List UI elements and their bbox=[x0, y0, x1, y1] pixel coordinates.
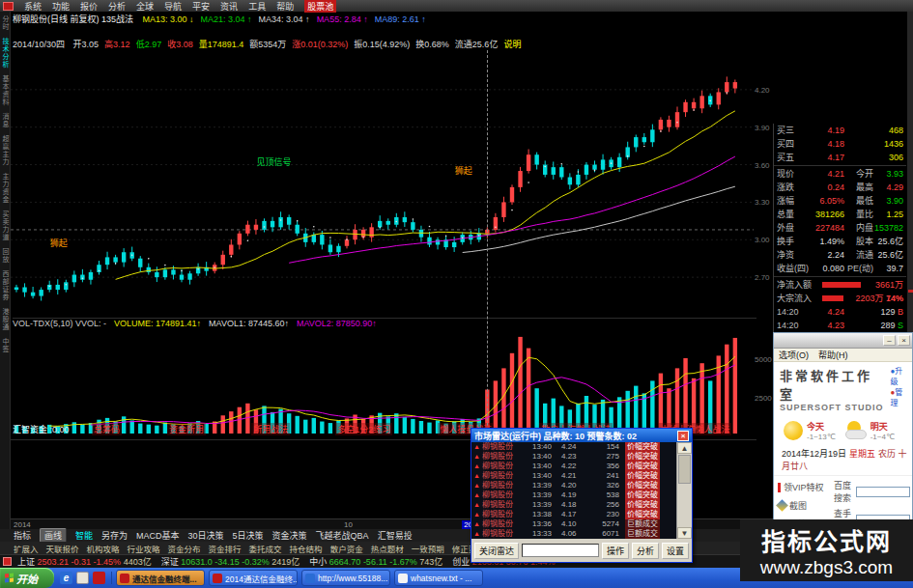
bid-row[interactable]: 买四4.181436 bbox=[774, 137, 906, 151]
radar-alert-row[interactable]: ▲柳钢股份13:394.19538价幅突破 bbox=[471, 490, 677, 500]
radar-alert-row[interactable]: ▲柳钢股份13:334.066071巨额成交 bbox=[471, 529, 677, 539]
divider bbox=[774, 276, 906, 277]
tab-行业攻略[interactable]: 行业攻略 bbox=[128, 543, 160, 554]
sidebar-item-中签[interactable]: 中签 bbox=[0, 338, 10, 353]
tab-资金排行[interactable]: 资金排行 bbox=[209, 543, 242, 554]
sidebar-item-基本资料[interactable]: 基本资料 bbox=[0, 75, 10, 106]
sidebar-item-消息[interactable]: 消息 bbox=[0, 113, 10, 128]
tab-5日决策[interactable]: 5日决策 bbox=[233, 529, 264, 542]
stat-row: 现价4.21今开3.93 bbox=[774, 167, 906, 181]
close-radar-button[interactable]: 关闭雷达 bbox=[474, 543, 519, 559]
radar-alert-list: ▲柳钢股份13:404.24154价幅突破▲柳钢股份13:404.23275价幅… bbox=[471, 442, 677, 539]
tab-资金决策[interactable]: 资金决策 bbox=[272, 529, 307, 542]
show-desktop-icon[interactable] bbox=[76, 572, 89, 584]
tab-一致预期[interactable]: 一致预期 bbox=[412, 543, 444, 554]
radar-alert-row[interactable]: ▲柳钢股份13:384.17230价幅突破 bbox=[471, 510, 677, 519]
sidebar-item-港股通[interactable]: 港股通 bbox=[0, 308, 10, 331]
supersoft-menu-选项(O)[interactable]: 选项(O) bbox=[779, 349, 809, 361]
task-button-2[interactable]: 2014通达信金融终... bbox=[209, 570, 298, 586]
tab-委托成交[interactable]: 委托成交 bbox=[249, 543, 282, 554]
tab-热点题材[interactable]: 热点题材 bbox=[371, 543, 404, 554]
menu-item-资讯[interactable]: 资讯 bbox=[220, 0, 238, 13]
sidebar-item-西部证券[interactable]: 西部证券 bbox=[0, 270, 10, 301]
close-icon[interactable]: × bbox=[898, 335, 910, 346]
tab-30日决策[interactable]: 30日决策 bbox=[188, 529, 224, 542]
sidebar-item-技术分析[interactable]: 技术分析 bbox=[0, 38, 10, 69]
tab-资金分布[interactable]: 资金分布 bbox=[168, 543, 201, 554]
tab-飞越老战QBA[interactable]: 飞越老战QBA bbox=[316, 529, 369, 542]
supersoft-title-bar[interactable]: – × bbox=[774, 333, 912, 349]
search-input-百度搜索[interactable] bbox=[856, 487, 910, 497]
stat-row: 收益(四)0.080PE(动)39.7 bbox=[774, 262, 906, 275]
supersoft-link-管理[interactable]: ●管理 bbox=[890, 387, 910, 408]
radar-alert-row[interactable]: ▲柳钢股份13:404.24154价幅突破 bbox=[471, 442, 677, 452]
ma-value: MA89: 2.61 ↑ bbox=[375, 14, 426, 24]
supersoft-link-升级[interactable]: ●升级 bbox=[890, 366, 910, 387]
sidebar-item-回放[interactable]: 回放 bbox=[0, 248, 10, 264]
radar-title: 市场雷达(运行中) 品种数: 10 预警条数: 02 bbox=[474, 430, 677, 442]
candlestick-chart[interactable]: 狮起见顶信号狮起 bbox=[11, 48, 754, 319]
tab-汇智易投[interactable]: 汇智易投 bbox=[378, 529, 413, 542]
close-icon[interactable]: × bbox=[677, 431, 689, 441]
task-button-1[interactable]: 通达信金融终端... bbox=[116, 570, 205, 586]
menu-item-系统[interactable]: 系统 bbox=[24, 0, 42, 13]
app-shortcut-icon[interactable] bbox=[93, 572, 105, 584]
flow-row: 大宗流入2203万 14% bbox=[774, 292, 906, 305]
radar-alert-row[interactable]: ▲柳钢股份13:404.22356价幅突破 bbox=[471, 462, 677, 471]
sidebar-item-买卖力道[interactable]: 买卖力道 bbox=[0, 210, 10, 241]
tab-机构攻略[interactable]: 机构攻略 bbox=[87, 543, 120, 554]
scroll-down-icon[interactable]: ▼ bbox=[677, 527, 692, 539]
scroll-thumb[interactable] bbox=[678, 455, 691, 484]
radar-scrollbar[interactable]: ▲ ▼ bbox=[676, 442, 692, 539]
tab-天联报价[interactable]: 天联报价 bbox=[46, 543, 79, 554]
sidebar-item-超赢主力[interactable]: 超赢主力 bbox=[0, 135, 10, 166]
menu-item-工具[interactable]: 工具 bbox=[248, 0, 266, 13]
radar-footer-buttons: 操作分析设置 bbox=[602, 543, 689, 559]
bid-row[interactable]: 买三4.19468 bbox=[774, 124, 906, 137]
menu-item-stock-pool[interactable]: 股票池 bbox=[304, 0, 336, 13]
fund-signal-tag: 多空1分2练习 bbox=[335, 423, 392, 435]
supersoft-menu-帮助(H)[interactable]: 帮助(H) bbox=[818, 349, 848, 361]
radar-alert-row[interactable]: ▲柳钢股份13:404.23275价幅突破 bbox=[471, 452, 677, 462]
menu-item-平安[interactable]: 平安 bbox=[192, 0, 210, 13]
tab-持仓结构[interactable]: 持仓结构 bbox=[290, 543, 323, 554]
task-button-3[interactable]: http://www.55188... bbox=[301, 570, 390, 586]
radar-alert-row[interactable]: ▲柳钢股份13:404.21241价幅突破 bbox=[471, 471, 677, 481]
radar-title-bar[interactable]: 市场雷达(运行中) 品种数: 10 预警条数: 02 × bbox=[471, 429, 692, 442]
menu-item-分析[interactable]: 分析 bbox=[108, 0, 126, 13]
menu-item-功能[interactable]: 功能 bbox=[52, 0, 70, 13]
volume-chart[interactable] bbox=[11, 329, 754, 437]
quick-link-截图[interactable]: 截图 bbox=[778, 499, 834, 512]
start-button[interactable]: 开始 bbox=[0, 568, 54, 588]
menu-item-报价[interactable]: 报价 bbox=[80, 0, 98, 13]
quick-link-领VIP特权[interactable]: 领VIP特权 bbox=[778, 481, 834, 493]
tab-另存为[interactable]: 另存为 bbox=[101, 529, 128, 542]
bid-row[interactable]: 买五4.17306 bbox=[774, 151, 906, 164]
radar-分析-button[interactable]: 分析 bbox=[632, 543, 659, 559]
ie-icon[interactable]: e bbox=[60, 572, 72, 584]
menu-item-帮助[interactable]: 帮助 bbox=[276, 0, 294, 13]
radar-设置-button[interactable]: 设置 bbox=[662, 543, 689, 559]
chart-signal-label: 狮起 bbox=[455, 166, 472, 176]
sidebar-item-主力资金[interactable]: 主力资金 bbox=[0, 173, 10, 204]
minimize-icon[interactable]: – bbox=[883, 335, 896, 346]
sidebar-item-分时[interactable]: 分时 bbox=[0, 15, 10, 31]
tab-画线[interactable]: 画线 bbox=[40, 528, 67, 543]
radar-alert-row[interactable]: ▲柳钢股份13:394.20326价幅突破 bbox=[471, 481, 677, 490]
task-button-4[interactable]: whatsnew.txt - ... bbox=[394, 570, 483, 586]
tab-散户资金[interactable]: 散户资金 bbox=[330, 543, 363, 554]
radar-alert-row[interactable]: ▲柳钢股份13:394.18256价幅突破 bbox=[471, 500, 677, 510]
menu-item-导航[interactable]: 导航 bbox=[164, 0, 182, 13]
tab-智能[interactable]: 智能 bbox=[75, 529, 93, 542]
tab-指标[interactable]: 指标 bbox=[14, 529, 31, 542]
tab-MACD基本[interactable]: MACD基本 bbox=[136, 529, 180, 542]
scroll-up-icon[interactable]: ▲ bbox=[677, 442, 692, 454]
supersoft-brand: 非常软件工作室 SUPERSOFT STUDIO ●升级●管理 bbox=[774, 362, 912, 414]
tick-row: 14:204.23289 S bbox=[774, 319, 906, 332]
tab-扩展入[interactable]: 扩展入 bbox=[14, 543, 39, 554]
stat-row: 换手1.49%股本25.6亿 bbox=[774, 235, 906, 248]
search-label: 百度搜索 bbox=[834, 479, 853, 504]
radar-操作-button[interactable]: 操作 bbox=[602, 543, 629, 559]
radar-alert-row[interactable]: ▲柳钢股份13:364.105274巨额成交 bbox=[471, 519, 677, 529]
menu-item-全球[interactable]: 全球 bbox=[136, 0, 154, 13]
